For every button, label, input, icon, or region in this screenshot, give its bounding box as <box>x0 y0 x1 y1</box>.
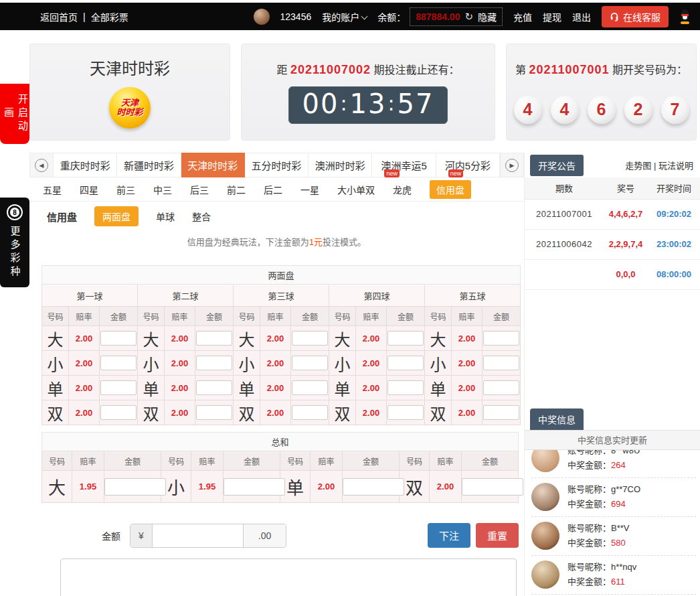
bet-amount-input[interactable] <box>387 356 424 370</box>
playtab-houer[interactable]: 后二 <box>264 183 282 196</box>
place-bet-button[interactable]: 下注 <box>428 523 470 548</box>
home-link[interactable]: 返回首页 <box>40 10 78 23</box>
bet-amount-input[interactable] <box>292 356 328 370</box>
tab-aozhou[interactable]: 澳洲时时彩 <box>309 153 372 177</box>
history-row: 20211007001 4,4,6,2,7 09:20:02 <box>525 199 700 229</box>
odds-value: 2.00 <box>165 400 195 425</box>
arrow-left-icon: ◀ <box>35 159 48 172</box>
bet-amount-input[interactable] <box>100 356 137 370</box>
tab-henei-5fen[interactable]: 河内5分彩new <box>436 153 500 177</box>
playtab-housan[interactable]: 后三 <box>190 183 209 196</box>
arrow-right-icon: ▶ <box>505 159 519 172</box>
tab-xinjiang[interactable]: 新疆时时彩 <box>117 153 181 177</box>
col-header: 号码 <box>400 451 430 471</box>
withdraw-link[interactable]: 提现 <box>543 10 561 23</box>
recharge-link[interactable]: 充值 <box>513 10 532 23</box>
bet-amount-input[interactable] <box>387 331 424 346</box>
bet-amount-input[interactable] <box>483 405 519 420</box>
tab-aozhou-lucky5[interactable]: 澳洲幸运5new <box>372 153 436 177</box>
bet-option-big: 大 <box>425 326 452 351</box>
bet-amount-input[interactable] <box>196 380 232 395</box>
bet-amount-input[interactable] <box>483 331 519 346</box>
result-issue-number: 20211007001 <box>529 63 609 76</box>
bet-amount-input[interactable] <box>292 405 328 420</box>
tab-tianjin[interactable]: 天津时时彩 <box>181 153 245 177</box>
col-header: 金额 <box>195 307 234 326</box>
bet-amount-input[interactable] <box>100 331 137 346</box>
odds-value: 2.00 <box>356 326 387 351</box>
play-type-tabs: 五星 四星 前三 中三 后三 前二 后二 一星 大小单双 龙虎 信用盘 <box>29 177 524 202</box>
playtab-zhongsan[interactable]: 中三 <box>153 183 172 196</box>
hide-balance-button[interactable]: 隐藏 <box>478 10 497 23</box>
bet-option-odd: 单 <box>42 376 69 400</box>
bet-amount-input[interactable] <box>343 478 404 496</box>
bet-amount-input[interactable] <box>104 478 166 496</box>
odds-value: 2.00 <box>69 400 100 425</box>
winners-info-button[interactable]: 中奖信息 <box>530 408 584 430</box>
amount-input[interactable] <box>153 524 243 547</box>
refresh-icon[interactable]: ↻ <box>464 11 473 23</box>
history-header: 开奖时间 <box>648 177 700 199</box>
odds-value: 2.00 <box>165 326 195 351</box>
odds-value: 2.00 <box>356 400 387 425</box>
customer-service-button[interactable]: 在线客服 <box>602 6 669 27</box>
enable-animation-button[interactable]: 开启动画 <box>0 84 29 144</box>
reset-button[interactable]: 重置 <box>476 523 519 548</box>
mode-single-ball[interactable]: 单球 <box>156 210 175 223</box>
bet-amount-input[interactable] <box>387 380 424 395</box>
qq-icon[interactable] <box>679 9 691 24</box>
tab-wufen[interactable]: 五分时时彩 <box>245 153 309 177</box>
bet-amount-input[interactable] <box>483 380 519 395</box>
bet-amount-input[interactable] <box>100 380 137 395</box>
bet-amount-input[interactable] <box>196 331 232 346</box>
playtab-qiansan[interactable]: 前三 <box>116 183 135 196</box>
history-header: 期数 <box>525 177 604 199</box>
mode-two-side[interactable]: 两面盘 <box>94 206 139 226</box>
trend-chart-link[interactable]: 走势图 <box>625 161 651 171</box>
playtab-longhu[interactable]: 龙虎 <box>393 183 412 196</box>
all-lottery-link[interactable]: 全部彩票 <box>91 10 128 23</box>
bet-option-even: 双 <box>138 400 165 425</box>
mode-combined[interactable]: 整合 <box>192 210 211 223</box>
announcement-button[interactable]: 开奖公告 <box>530 155 584 176</box>
result-ball: 7 <box>661 96 689 124</box>
playtab-wuxing[interactable]: 五星 <box>43 183 62 196</box>
col-header: 金额 <box>462 451 519 471</box>
more-lotteries-button[interactable]: 8 更多彩种 <box>0 198 29 287</box>
playtab-yixing[interactable]: 一星 <box>300 183 319 196</box>
bet-option-big: 大 <box>138 326 165 351</box>
col-header: 赔率 <box>430 451 462 471</box>
bet-amount-input[interactable] <box>196 356 232 370</box>
bet-amount-input[interactable] <box>292 380 328 395</box>
countdown-timer: 00:13:57 <box>288 86 448 124</box>
bet-amount-input[interactable] <box>100 405 137 420</box>
col-header: 金额 <box>387 307 425 326</box>
winner-name: 8**w8U <box>611 450 640 456</box>
logout-link[interactable]: 退出 <box>572 10 591 23</box>
odds-value: 2.00 <box>311 471 343 503</box>
odds-value: 2.00 <box>452 400 483 425</box>
winner-name: B**V <box>611 523 629 533</box>
bet-amount-input[interactable] <box>387 405 424 420</box>
playtab-sixing[interactable]: 四星 <box>80 183 98 196</box>
tabs-next-button[interactable]: ▶ <box>500 153 524 177</box>
credit-mode-title: 信用盘 <box>47 210 77 224</box>
lottery-info-card: 天津时时彩 天津时时彩 <box>29 44 230 141</box>
winner-amount: 694 <box>611 499 626 509</box>
my-account-menu[interactable]: 我的账户 <box>322 10 367 23</box>
tab-chongqing[interactable]: 重庆时时彩 <box>54 153 117 177</box>
bet-option-big: 大 <box>234 326 260 351</box>
bet-amount-input[interactable] <box>292 331 328 346</box>
tabs-prev-button[interactable]: ◀ <box>29 153 54 177</box>
playtab-xinyongpan[interactable]: 信用盘 <box>430 180 471 199</box>
bet-amount-input[interactable] <box>483 356 519 370</box>
winners-list[interactable]: 账号昵称：8**w8U 中奖金额：264 账号昵称：g**7CO 中奖金额：69… <box>525 450 700 596</box>
bet-amount-input[interactable] <box>462 478 523 496</box>
bet-amount-input[interactable] <box>196 405 232 420</box>
bet-amount-input[interactable] <box>224 478 285 496</box>
group-header: 第二球 <box>138 285 234 307</box>
rules-link[interactable]: 玩法说明 <box>659 161 693 171</box>
playtab-daxiaodanshuang[interactable]: 大小单双 <box>337 183 375 196</box>
group-header: 第三球 <box>234 285 329 307</box>
playtab-qianer[interactable]: 前二 <box>227 183 246 196</box>
